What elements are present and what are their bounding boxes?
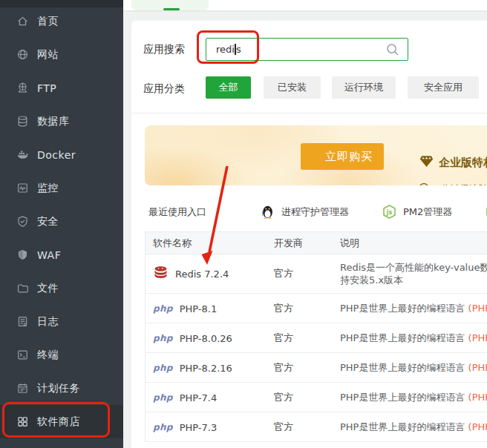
- category-all-button[interactable]: 全部: [206, 76, 251, 99]
- recent-apps-row: 最近使用入口 进程守护管理器 js PM2管理器 js Node.js版本管理器: [148, 204, 487, 220]
- software-description: PHP是世界上最好的编程语言 (PHP语言: [340, 302, 487, 315]
- sidebar-item-terminal[interactable]: 终端: [0, 338, 123, 372]
- calendar-icon: [16, 382, 29, 395]
- table-row-php-8-2-16[interactable]: phpPHP-8.2.16 官方 PHP是世界上最好的编程语言 (PHP语言: [146, 353, 487, 383]
- sidebar-item-ftp[interactable]: FTP: [0, 71, 123, 105]
- sidebar-item-label: 终端: [37, 349, 59, 362]
- sidebar-item-label: 计划任务: [37, 382, 80, 395]
- sidebar-item-files[interactable]: 文件: [0, 271, 123, 305]
- recent-app-pm2[interactable]: js PM2管理器: [382, 204, 452, 220]
- globe-icon: [16, 48, 29, 61]
- table-row-redis[interactable]: Redis 7.2.4 官方 Redis是一个高性能的key-value数据库，…: [146, 254, 487, 294]
- sidebar-item-security[interactable]: 安全: [0, 205, 123, 238]
- ftp-icon: [16, 82, 29, 94]
- sidebar-item-label: 日志: [37, 315, 59, 329]
- terminal-icon: [16, 349, 29, 361]
- gem-icon: [419, 155, 434, 171]
- category-security-button[interactable]: 安全应用: [408, 76, 479, 99]
- section-divider: [131, 113, 487, 113]
- log-file-icon: [16, 315, 29, 328]
- shield-check-icon: [16, 215, 29, 228]
- nodejs-hexagon-icon: js: [382, 204, 397, 220]
- software-name: Redis 7.2.4: [175, 269, 229, 280]
- sidebar-item-label: 文件: [37, 282, 59, 295]
- sidebar-item-label: 首页: [37, 15, 59, 28]
- php-icon: php: [153, 392, 173, 403]
- table-row-php-7-3[interactable]: phpPHP-7.3 官方 PHP是世界上最好的编程语言 (PHP语言: [146, 412, 487, 442]
- software-store-page: 首页 网站 FTP 数据库 Docker 监控: [0, 0, 487, 448]
- table-row-php-8-1[interactable]: phpPHP-8.1 官方 PHP是世界上最好的编程语言 (PHP语言: [146, 294, 487, 323]
- php-icon: php: [153, 363, 173, 373]
- enterprise-privilege-title: 企业版特权: [419, 155, 487, 171]
- buy-now-button[interactable]: 立即购买: [301, 143, 384, 170]
- sidebar-item-website[interactable]: 网站: [0, 38, 123, 71]
- search-icon[interactable]: [385, 42, 400, 57]
- recent-entry-label: 最近使用入口: [148, 205, 206, 219]
- software-table: 软件名称 开发商 说明 Redis 7.2.4 官方 Redis是一个高性能的k…: [145, 231, 487, 442]
- table-row-php-7-4[interactable]: phpPHP-7.4 官方 PHP是世界上最好的编程语言 (PHP语言: [146, 383, 487, 412]
- sidebar-item-label: 数据库: [37, 115, 70, 128]
- sidebar-item-home[interactable]: 首页: [0, 4, 123, 38]
- sidebar-item-label: 安全: [37, 215, 59, 228]
- software-vendor: 官方: [274, 332, 293, 345]
- software-description: PHP是世界上最好的编程语言 (PHP语言: [340, 361, 487, 375]
- sidebar-nav: 首页 网站 FTP 数据库 Docker 监控: [0, 4, 123, 438]
- software-name: PHP-8.0.26: [180, 332, 232, 343]
- sidebar-item-logs[interactable]: 日志: [0, 305, 123, 338]
- sidebar-item-cron[interactable]: 计划任务: [0, 372, 123, 405]
- software-name: PHP-7.4: [180, 392, 218, 403]
- column-header-name: 软件名称: [153, 237, 192, 250]
- home-icon: [16, 15, 29, 27]
- php-icon: php: [153, 422, 173, 432]
- column-header-description: 说明: [340, 237, 359, 250]
- software-name: PHP-8.1: [180, 303, 218, 314]
- sidebar-item-software-store[interactable]: 软件商店: [0, 405, 123, 438]
- sidebar-item-database[interactable]: 数据库: [0, 105, 123, 138]
- linux-tux-icon: [260, 204, 275, 220]
- software-description: PHP是世界上最好的编程语言 (PHP语言: [340, 391, 487, 404]
- software-vendor: 官方: [274, 302, 293, 315]
- sidebar-item-label: 网站: [37, 48, 59, 62]
- category-runtime-button[interactable]: 运行环境: [332, 76, 396, 99]
- folder-icon: [16, 282, 29, 294]
- column-header-vendor: 开发商: [274, 237, 303, 250]
- php-icon: php: [153, 303, 173, 314]
- sidebar-item-label: 软件商店: [37, 415, 80, 429]
- search-input-value: redis: [216, 44, 241, 55]
- sidebar-item-monitor[interactable]: 监控: [0, 171, 123, 205]
- sidebar-item-label: 监控: [37, 182, 59, 195]
- sidebar-item-label: FTP: [37, 82, 56, 94]
- software-description: PHP是世界上最好的编程语言 (PHP语言: [340, 421, 487, 434]
- software-description: Redis是一个高性能的key-value数据库，支持安装5.x版本: [340, 261, 487, 286]
- monitor-icon: [16, 182, 29, 194]
- software-vendor: 官方: [274, 421, 293, 434]
- software-store-panel: 应用搜索 redis 应用分类 全部 已安装 运行环境 安全应用 立即购买 企业…: [131, 21, 487, 448]
- database-icon: [16, 115, 29, 128]
- software-vendor: 官方: [274, 391, 293, 404]
- enterprise-privilege-subtitle: 5分钟极速响应: [417, 182, 487, 185]
- software-name: PHP-8.2.16: [180, 362, 232, 373]
- waf-shield-icon: [16, 248, 29, 261]
- sidebar-item-label: WAF: [37, 249, 61, 261]
- sidebar: 首页 网站 FTP 数据库 Docker 监控: [0, 0, 123, 448]
- software-name: PHP-7.3: [180, 421, 218, 432]
- active-tab-indicator: [163, 8, 180, 10]
- sidebar-item-docker[interactable]: Docker: [0, 138, 123, 171]
- category-installed-button[interactable]: 已安装: [264, 76, 321, 99]
- software-vendor: 官方: [274, 267, 293, 280]
- fast-clock-icon: [417, 182, 430, 185]
- svg-text:js: js: [386, 209, 393, 216]
- app-search-input[interactable]: redis: [206, 38, 408, 61]
- sidebar-item-waf[interactable]: WAF: [0, 238, 123, 271]
- redis-icon: [153, 266, 169, 282]
- software-table-header: 软件名称 开发商 说明: [146, 232, 487, 254]
- enterprise-promo-banner: 立即购买 企业版特权 5分钟极速响应: [145, 125, 487, 185]
- app-category-label: 应用分类: [143, 82, 185, 96]
- sidebar-item-label: Docker: [37, 149, 76, 161]
- table-row-php-8-0-26[interactable]: phpPHP-8.0.26 官方 PHP是世界上最好的编程语言 (PHP语言: [146, 323, 487, 353]
- app-search-label: 应用搜索: [143, 43, 185, 56]
- recent-app-process-daemon[interactable]: 进程守护管理器: [260, 204, 349, 220]
- software-description: PHP是世界上最好的编程语言 (PHP语言: [340, 332, 487, 345]
- software-vendor: 官方: [274, 361, 293, 375]
- php-icon: php: [153, 333, 173, 343]
